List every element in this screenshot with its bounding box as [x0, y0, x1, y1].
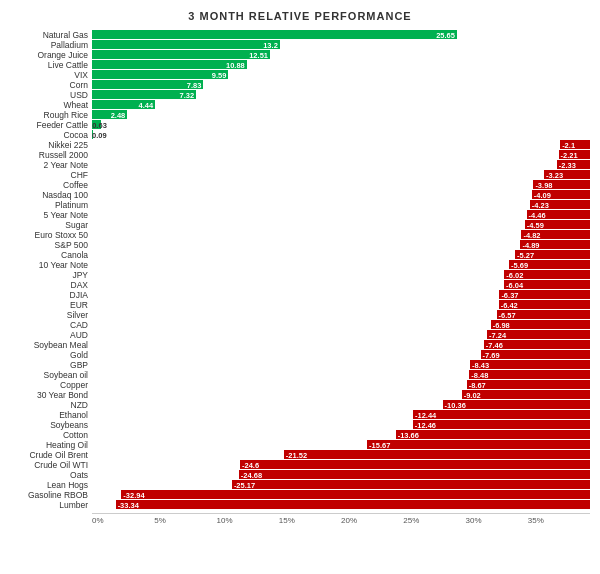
bar-value-label: -5.27 — [517, 250, 534, 259]
bar-value-label: 7.32 — [180, 90, 195, 99]
bar-track: 9.59 — [92, 70, 590, 79]
bar-value-label: -24.68 — [241, 470, 262, 479]
bar-value-label: -33.34 — [118, 500, 139, 509]
bar-row: Cocoa0.09 — [10, 130, 590, 139]
bar-label: Euro Stoxx 50 — [10, 230, 92, 240]
bar-row: Lean Hogs-25.17 — [10, 480, 590, 489]
bar-value-label: 12.51 — [249, 50, 268, 59]
bar-row: EUR-6.42 — [10, 300, 590, 309]
bar-value-label: -4.23 — [532, 200, 549, 209]
bar-track: -6.57 — [92, 310, 590, 319]
bar-fill: -3.23 — [544, 170, 590, 179]
bar-value-label: 2.48 — [111, 110, 126, 119]
bar-row: Soybean Meal-7.46 — [10, 340, 590, 349]
bar-fill: 12.51 — [92, 50, 270, 59]
bar-label: NZD — [10, 400, 92, 410]
bar-row: 2 Year Note-2.33 — [10, 160, 590, 169]
bar-track: -5.69 — [92, 260, 590, 269]
bar-row: Soybeans-12.46 — [10, 420, 590, 429]
x-tick: 30% — [466, 514, 528, 525]
bar-row: Crude Oil Brent-21.52 — [10, 450, 590, 459]
bar-value-label: 0.09 — [92, 130, 107, 139]
bar-track: -4.89 — [92, 240, 590, 249]
bar-track: -25.17 — [92, 480, 590, 489]
bar-row: Crude Oil WTI-24.6 — [10, 460, 590, 469]
bar-track: -4.46 — [92, 210, 590, 219]
bar-label: Cotton — [10, 430, 92, 440]
bar-label: Sugar — [10, 220, 92, 230]
bar-row: AUD-7.24 — [10, 330, 590, 339]
bar-fill: -33.34 — [116, 500, 590, 509]
bar-label: 30 Year Bond — [10, 390, 92, 400]
bar-track: 13.2 — [92, 40, 590, 49]
bar-fill: -8.67 — [467, 380, 590, 389]
bar-label: Soybean oil — [10, 370, 92, 380]
chart-title: 3 MONTH RELATIVE PERFORMANCE — [10, 10, 590, 22]
bar-fill: -21.52 — [284, 450, 590, 459]
bar-row: Euro Stoxx 50-4.82 — [10, 230, 590, 239]
bar-track: -6.98 — [92, 320, 590, 329]
bar-row: Coffee-3.98 — [10, 180, 590, 189]
bar-row: Live Cattle10.88 — [10, 60, 590, 69]
bar-track: 0.09 — [92, 130, 590, 139]
bar-fill: 25.65 — [92, 30, 457, 39]
bar-value-label: -15.67 — [369, 440, 390, 449]
bar-track: -12.44 — [92, 410, 590, 419]
bar-value-label: 10.88 — [226, 60, 245, 69]
bar-value-label: -6.02 — [506, 270, 523, 279]
bar-value-label: -12.46 — [415, 420, 436, 429]
bar-label: CAD — [10, 320, 92, 330]
bar-row: CAD-6.98 — [10, 320, 590, 329]
bar-value-label: -8.48 — [471, 370, 488, 379]
bar-label: Crude Oil Brent — [10, 450, 92, 460]
bar-label: S&P 500 — [10, 240, 92, 250]
bar-value-label: -24.6 — [242, 460, 259, 469]
bar-row: Feeder Cattle0.63 — [10, 120, 590, 129]
bar-track: -33.34 — [92, 500, 590, 509]
bar-label: Nikkei 225 — [10, 140, 92, 150]
bar-track: -24.6 — [92, 460, 590, 469]
bar-row: Nikkei 225-2.1 — [10, 140, 590, 149]
bar-label: Soybeans — [10, 420, 92, 430]
bar-label: Canola — [10, 250, 92, 260]
bar-track: -3.98 — [92, 180, 590, 189]
bar-track: -8.67 — [92, 380, 590, 389]
bar-value-label: 4.44 — [139, 100, 154, 109]
bar-value-label: -3.98 — [535, 180, 552, 189]
bar-track: -9.02 — [92, 390, 590, 399]
bar-fill: -9.02 — [462, 390, 590, 399]
bar-fill: -24.6 — [240, 460, 590, 469]
bar-fill: -12.44 — [413, 410, 590, 419]
bar-track: -8.43 — [92, 360, 590, 369]
bar-fill: -25.17 — [232, 480, 590, 489]
bar-track: -4.59 — [92, 220, 590, 229]
bar-fill: -6.57 — [497, 310, 590, 319]
bar-label: Gold — [10, 350, 92, 360]
bar-row: Silver-6.57 — [10, 310, 590, 319]
bar-row: Copper-8.67 — [10, 380, 590, 389]
bar-value-label: -8.43 — [472, 360, 489, 369]
bar-row: 5 Year Note-4.46 — [10, 210, 590, 219]
bar-label: Heating Oil — [10, 440, 92, 450]
bar-row: Platinum-4.23 — [10, 200, 590, 209]
bar-label: DAX — [10, 280, 92, 290]
bar-track: -4.82 — [92, 230, 590, 239]
bar-label: DJIA — [10, 290, 92, 300]
x-tick: 5% — [154, 514, 216, 525]
bar-fill: -4.59 — [525, 220, 590, 229]
bar-fill: -15.67 — [367, 440, 590, 449]
bar-value-label: 13.2 — [263, 40, 278, 49]
bar-row: JPY-6.02 — [10, 270, 590, 279]
bar-label: Feeder Cattle — [10, 120, 92, 130]
bar-track: -4.09 — [92, 190, 590, 199]
bar-label: Orange Juice — [10, 50, 92, 60]
bar-label: Oats — [10, 470, 92, 480]
bar-fill: -8.48 — [469, 370, 590, 379]
bar-label: Wheat — [10, 100, 92, 110]
bar-row: Canola-5.27 — [10, 250, 590, 259]
bar-value-label: 25.65 — [436, 30, 455, 39]
bar-fill: 7.83 — [92, 80, 203, 89]
bar-row: DAX-6.04 — [10, 280, 590, 289]
bar-value-label: -13.66 — [398, 430, 419, 439]
bar-label: USD — [10, 90, 92, 100]
